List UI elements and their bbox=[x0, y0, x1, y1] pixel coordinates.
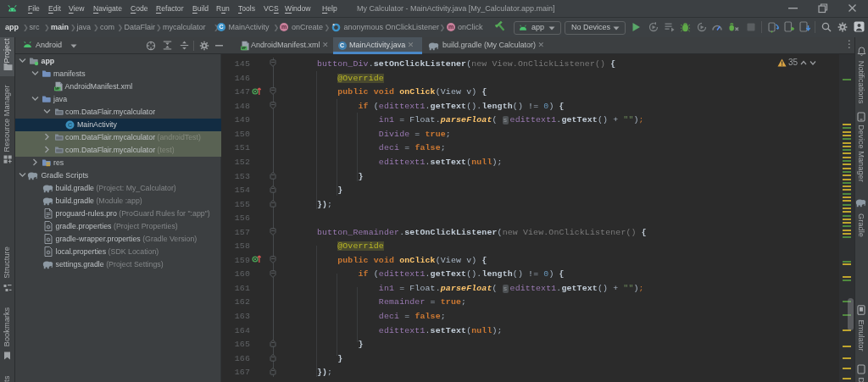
svg-text:MF: MF bbox=[242, 47, 247, 50]
